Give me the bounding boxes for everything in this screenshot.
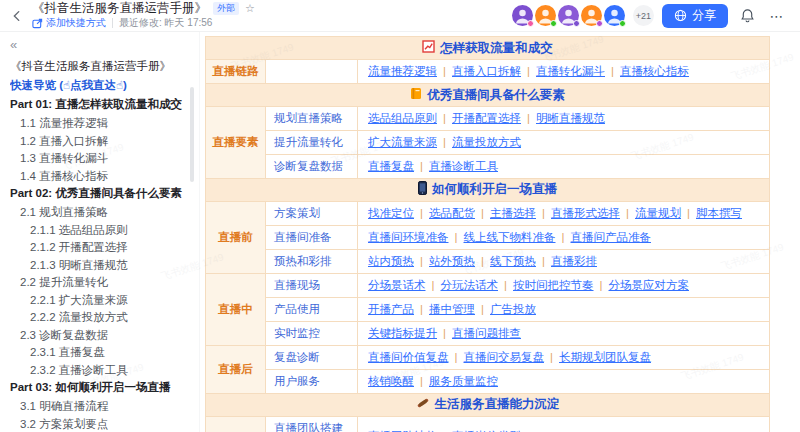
doc-link[interactable]: 关键指标提升 (368, 327, 437, 339)
doc-link[interactable]: 主播选择 (490, 207, 536, 219)
doc-link[interactable]: 服务质量监控 (429, 375, 498, 387)
sub-category-link[interactable]: 方案策划 (274, 207, 320, 219)
sidebar-item[interactable]: 2.1 规划直播策略 (10, 206, 189, 218)
doc-title: 《抖音生活服务直播运营手册》 (32, 1, 207, 15)
sidebar-item[interactable]: 2.3.1 直播复盘 (10, 346, 189, 358)
doc-link[interactable]: 线下预热 (490, 255, 536, 267)
sub-category-link[interactable]: 规划直播策略 (274, 112, 343, 124)
avatar[interactable] (581, 5, 602, 26)
sub-category-link[interactable]: 用户服务 (274, 375, 320, 387)
doc-link[interactable]: 站内预热 (368, 255, 414, 267)
doc-link[interactable]: 分场景应对方案 (609, 279, 690, 291)
doc-link[interactable]: 核销唤醒 (368, 375, 414, 387)
sub-category-link[interactable]: 产品使用 (274, 303, 320, 315)
extra-collaborators-count[interactable]: +21 (633, 5, 654, 26)
link-separator: | (527, 112, 530, 124)
divider (112, 18, 113, 28)
doc-link[interactable]: 直播形式选择 (551, 207, 620, 219)
links-cell: 直播复盘|直播诊断工具 (358, 155, 770, 179)
back-icon[interactable] (8, 7, 26, 25)
add-shortcut-button[interactable]: 添加快捷方式 (32, 16, 106, 30)
phone-icon (418, 181, 427, 197)
sidebar-item[interactable]: Part 02: 优秀直播间具备什么要素 (10, 187, 189, 199)
row-group-label: 直播后 (206, 346, 266, 394)
sidebar-item[interactable]: 2.3 诊断复盘数据 (10, 329, 189, 341)
avatar[interactable] (558, 5, 579, 26)
sidebar-item[interactable]: 3.1 明确直播流程 (10, 400, 189, 412)
doc-link[interactable]: 直播彩排 (551, 255, 597, 267)
sidebar-item[interactable]: 1.1 流量推荐逻辑 (10, 117, 189, 129)
doc-link[interactable]: 站外预热 (429, 255, 475, 267)
doc-link[interactable]: 直播复盘 (368, 160, 414, 172)
link-separator: | (542, 255, 545, 267)
sidebar-item[interactable]: 1.2 直播入口拆解 (10, 135, 189, 147)
sub-category-link[interactable]: 直播团队搭建能力 (274, 422, 343, 432)
sidebar-item[interactable]: 《抖音生活服务直播运营手册》 (10, 60, 189, 72)
doc-link[interactable]: 分玩法话术 (441, 279, 499, 291)
sidebar-item[interactable]: 2.3.2 直播诊断工具 (10, 364, 189, 376)
doc-link[interactable]: 找准定位 (368, 207, 414, 219)
doc-link[interactable]: 直播间交易复盘 (464, 351, 545, 363)
sidebar-item[interactable]: 3.2 方案策划要点 (10, 418, 189, 430)
sub-category-link[interactable]: 预热和彩排 (274, 255, 332, 267)
collapse-sidebar-icon[interactable]: « (10, 38, 26, 52)
sidebar-item[interactable]: 2.2.1 扩大流量来源 (10, 294, 189, 306)
avatar[interactable] (512, 5, 533, 26)
link-separator: | (443, 327, 446, 339)
doc-link[interactable]: 直播问题排查 (452, 327, 521, 339)
doc-link[interactable]: 按时间把控节奏 (513, 279, 594, 291)
doc-link[interactable]: 明晰直播规范 (536, 112, 605, 124)
doc-link[interactable]: 选品配货 (429, 207, 475, 219)
doc-link[interactable]: 直播间环境准备 (368, 231, 449, 243)
doc-link[interactable]: 开播产品 (368, 303, 414, 315)
doc-link[interactable]: 流量推荐逻辑 (368, 65, 437, 77)
section-title: 怎样获取流量和成交 (440, 41, 553, 55)
section-header: 怎样获取流量和成交 (206, 37, 770, 60)
sidebar-item[interactable]: 2.1.3 明晰直播规范 (10, 259, 189, 271)
doc-link[interactable]: 长期规划团队复盘 (559, 351, 651, 363)
sidebar-item[interactable]: 1.3 直播转化漏斗 (10, 152, 189, 164)
sub-category-link[interactable]: 复盘诊断 (274, 351, 320, 363)
doc-link[interactable]: 直播间产品准备 (571, 231, 652, 243)
doc-link[interactable]: 扩大流量来源 (368, 136, 437, 148)
share-button[interactable]: 分享 (662, 4, 728, 28)
doc-link[interactable]: 直播入口拆解 (452, 65, 521, 77)
star-icon[interactable]: ☆ (245, 2, 255, 14)
links-cell: 扩大流量来源|流量投放方式 (358, 131, 770, 155)
doc-link[interactable]: 开播配置选择 (452, 112, 521, 124)
doc-link[interactable]: 分场景话术 (368, 279, 426, 291)
more-menu-icon[interactable]: ⋯ (766, 5, 788, 27)
sidebar-item[interactable]: 2.2 提升流量转化 (10, 276, 189, 288)
sidebar-item[interactable]: 2.1.1 选品组品原则 (10, 224, 189, 236)
doc-link[interactable]: 流量规划 (635, 207, 681, 219)
outline-list: 《抖音生活服务直播运营手册》快速导览 (☝点我直达☝)Part 01: 直播怎样… (10, 60, 189, 432)
doc-link[interactable]: 选品组品原则 (368, 112, 437, 124)
sub-category-link[interactable]: 提升流量转化 (274, 136, 343, 148)
doc-link[interactable]: 脚本撰写 (696, 207, 742, 219)
bell-icon[interactable] (736, 5, 758, 27)
sub-category-link[interactable]: 诊断复盘数据 (274, 160, 343, 172)
doc-link[interactable]: 直播诊断工具 (429, 160, 498, 172)
doc-link[interactable]: 直播转化漏斗 (536, 65, 605, 77)
doc-link[interactable]: 广告投放 (490, 303, 536, 315)
doc-link[interactable]: 播中管理 (429, 303, 475, 315)
link-separator: | (420, 255, 423, 267)
avatar[interactable] (535, 5, 556, 26)
doc-link[interactable]: 线上线下物料准备 (464, 231, 556, 243)
doc-link[interactable]: 直播间价值复盘 (368, 351, 449, 363)
sidebar-item[interactable]: Part 03: 如何顺利开启一场直播 (10, 381, 189, 393)
sidebar-item[interactable]: 快速导览 (☝点我直达☝) (10, 79, 189, 91)
links-cell: 直播间环境准备|线上线下物料准备|直播间产品准备 (358, 226, 770, 250)
doc-link[interactable]: 流量投放方式 (452, 136, 521, 148)
sidebar-scrollbar[interactable] (190, 87, 194, 182)
sub-category-link[interactable]: 实时监控 (274, 327, 320, 339)
sub-category-link[interactable]: 直播现场 (274, 279, 320, 291)
avatar[interactable] (604, 5, 625, 26)
sidebar-item[interactable]: 2.1.2 开播配置选择 (10, 241, 189, 253)
sidebar-item[interactable]: Part 01: 直播怎样获取流量和成交 (10, 98, 189, 110)
sidebar-item[interactable]: 2.2.2 流量投放方式 (10, 311, 189, 323)
sub-category-link[interactable]: 直播间准备 (274, 231, 332, 243)
sidebar-item[interactable]: 1.4 直播核心指标 (10, 170, 189, 182)
top-bar: 《抖音生活服务直播运营手册》 外部 ☆ 添加快捷方式 最近修改: 昨天 17:5… (0, 0, 800, 32)
doc-link[interactable]: 直播核心指标 (620, 65, 689, 77)
